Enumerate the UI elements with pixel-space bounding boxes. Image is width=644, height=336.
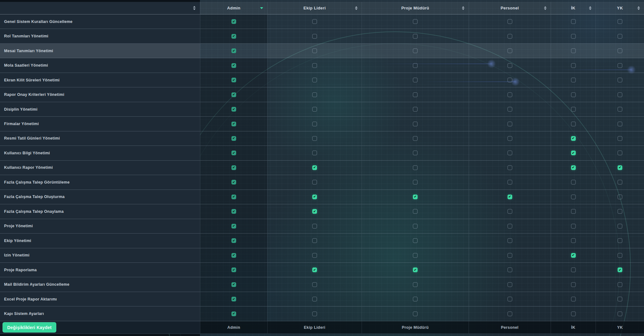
permission-checkbox[interactable] — [413, 253, 418, 258]
permission-checkbox[interactable] — [618, 136, 622, 141]
permission-checkbox[interactable] — [312, 224, 317, 229]
permission-checkbox[interactable] — [571, 282, 576, 287]
permission-checkbox[interactable]: ✔ — [231, 224, 236, 229]
permission-checkbox[interactable]: ✔ — [231, 92, 236, 97]
permission-checkbox[interactable] — [618, 92, 622, 97]
header-column-yk[interactable]: YK — [596, 2, 644, 14]
permission-checkbox[interactable] — [508, 165, 512, 170]
permission-checkbox[interactable] — [508, 209, 512, 214]
permission-checkbox[interactable] — [413, 311, 418, 316]
header-column-proje-muduru[interactable]: Proje Müdürü — [362, 2, 469, 14]
permission-checkbox[interactable] — [571, 297, 576, 301]
permission-checkbox[interactable]: ✔ — [231, 122, 236, 126]
permission-checkbox[interactable]: ✔ — [231, 209, 236, 214]
permission-checkbox[interactable] — [312, 297, 317, 301]
permission-checkbox[interactable] — [618, 282, 622, 287]
permission-checkbox[interactable] — [413, 238, 418, 243]
permission-checkbox[interactable]: ✔ — [231, 165, 236, 170]
permission-checkbox[interactable] — [312, 136, 317, 141]
permission-checkbox[interactable] — [312, 92, 317, 97]
permission-checkbox[interactable] — [508, 48, 512, 53]
permission-checkbox[interactable] — [508, 151, 512, 155]
permission-checkbox[interactable] — [413, 63, 418, 68]
permission-checkbox[interactable] — [508, 136, 512, 141]
permission-checkbox[interactable] — [508, 253, 512, 258]
permission-checkbox[interactable] — [312, 48, 317, 53]
permission-checkbox[interactable] — [571, 107, 576, 112]
permission-checkbox[interactable] — [413, 34, 418, 39]
permission-checkbox[interactable] — [312, 34, 317, 39]
permission-checkbox[interactable]: ✔ — [231, 195, 236, 199]
permission-checkbox[interactable]: ✔ — [571, 151, 576, 155]
permission-checkbox[interactable]: ✔ — [413, 267, 418, 272]
permission-checkbox[interactable] — [508, 297, 512, 301]
permission-checkbox[interactable] — [413, 48, 418, 53]
permission-checkbox[interactable]: ✔ — [231, 78, 236, 82]
permission-checkbox[interactable]: ✔ — [231, 282, 236, 287]
permission-checkbox[interactable]: ✔ — [571, 136, 576, 141]
permission-checkbox[interactable] — [571, 209, 576, 214]
permission-checkbox[interactable] — [312, 19, 317, 24]
permission-checkbox[interactable]: ✔ — [231, 267, 236, 272]
permission-checkbox[interactable]: ✔ — [312, 165, 317, 170]
permission-checkbox[interactable] — [618, 253, 622, 258]
permission-checkbox[interactable] — [413, 209, 418, 214]
permission-checkbox[interactable] — [571, 19, 576, 24]
permission-checkbox[interactable] — [571, 180, 576, 185]
permission-checkbox[interactable] — [618, 311, 622, 316]
permission-checkbox[interactable] — [618, 63, 622, 68]
permission-checkbox[interactable] — [571, 34, 576, 39]
permission-checkbox[interactable] — [618, 122, 622, 126]
permission-checkbox[interactable] — [413, 180, 418, 185]
permission-checkbox[interactable]: ✔ — [312, 195, 317, 199]
permission-checkbox[interactable]: ✔ — [618, 267, 622, 272]
permission-checkbox[interactable]: ✔ — [231, 34, 236, 39]
permission-checkbox[interactable] — [618, 151, 622, 155]
permission-checkbox[interactable] — [508, 122, 512, 126]
permission-checkbox[interactable] — [508, 282, 512, 287]
permission-checkbox[interactable] — [312, 107, 317, 112]
permission-checkbox[interactable] — [413, 151, 418, 155]
permission-checkbox[interactable] — [571, 92, 576, 97]
permission-checkbox[interactable] — [508, 92, 512, 97]
permission-checkbox[interactable] — [508, 311, 512, 316]
permission-checkbox[interactable] — [312, 122, 317, 126]
permission-checkbox[interactable] — [618, 180, 622, 185]
permission-checkbox[interactable] — [413, 136, 418, 141]
permission-checkbox[interactable] — [618, 238, 622, 243]
permission-checkbox[interactable] — [413, 165, 418, 170]
permission-checkbox[interactable] — [508, 34, 512, 39]
permission-checkbox[interactable] — [312, 63, 317, 68]
permission-checkbox[interactable]: ✔ — [231, 297, 236, 301]
permission-checkbox[interactable] — [413, 224, 418, 229]
header-permission-column[interactable] — [0, 2, 200, 14]
save-changes-button[interactable]: Değişiklikleri Kaydet — [3, 322, 56, 333]
header-column-admin[interactable]: Admin — [200, 2, 267, 14]
permission-checkbox[interactable]: ✔ — [231, 136, 236, 141]
permission-checkbox[interactable] — [508, 224, 512, 229]
permission-checkbox[interactable] — [618, 78, 622, 82]
permission-checkbox[interactable] — [618, 195, 622, 199]
permission-checkbox[interactable] — [571, 195, 576, 199]
permission-checkbox[interactable] — [571, 267, 576, 272]
permission-checkbox[interactable] — [508, 180, 512, 185]
permission-checkbox[interactable] — [571, 122, 576, 126]
permission-checkbox[interactable]: ✔ — [231, 19, 236, 24]
permission-checkbox[interactable] — [508, 78, 512, 82]
permission-checkbox[interactable]: ✔ — [231, 151, 236, 155]
permission-checkbox[interactable] — [312, 78, 317, 82]
permission-checkbox[interactable] — [312, 253, 317, 258]
permission-checkbox[interactable] — [312, 180, 317, 185]
permission-checkbox[interactable] — [413, 107, 418, 112]
permission-checkbox[interactable] — [571, 311, 576, 316]
permission-checkbox[interactable] — [618, 34, 622, 39]
permission-checkbox[interactable]: ✔ — [231, 180, 236, 185]
permission-checkbox[interactable]: ✔ — [618, 165, 622, 170]
permission-checkbox[interactable] — [312, 238, 317, 243]
permission-checkbox[interactable]: ✔ — [231, 107, 236, 112]
header-column-ik[interactable]: İK — [551, 2, 596, 14]
permission-checkbox[interactable]: ✔ — [508, 195, 512, 199]
permission-checkbox[interactable] — [413, 297, 418, 301]
permission-checkbox[interactable] — [508, 107, 512, 112]
permission-checkbox[interactable] — [571, 78, 576, 82]
